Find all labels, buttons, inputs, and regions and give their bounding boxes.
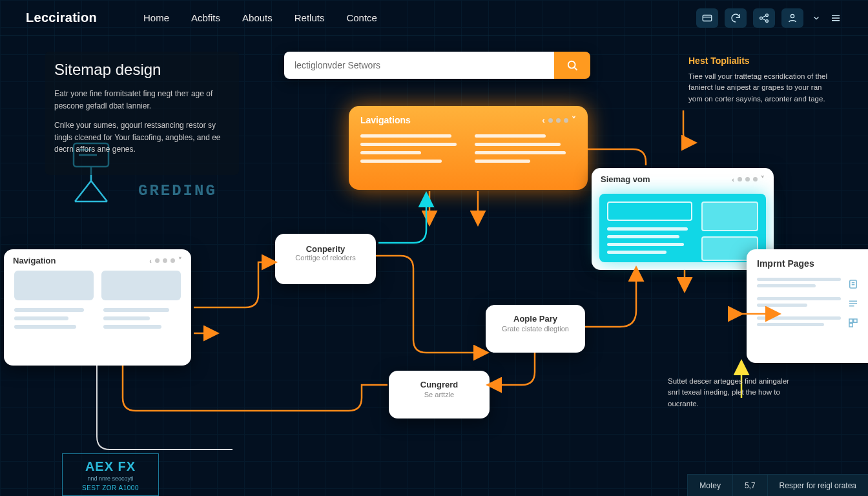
intro-para-1: Eatr yone fine frornitsatet fing negt th… xyxy=(54,88,230,112)
greding-label: GREDING xyxy=(138,182,217,200)
node-cungrerd[interactable]: Cungrerd Se arttzle xyxy=(389,371,490,418)
card-icon[interactable] xyxy=(696,8,718,28)
node-aople-pary[interactable]: Aople Pary Grate cistate dlegtion xyxy=(486,305,585,353)
node-navigation-title: Navigation xyxy=(13,256,56,265)
search-button[interactable] xyxy=(554,52,590,79)
page-title: Sitemap design xyxy=(54,61,230,79)
grid-icon xyxy=(847,317,859,329)
svg-rect-9 xyxy=(854,319,857,322)
node-siemag-title: Siemag vom xyxy=(601,174,650,184)
placeholder-body xyxy=(599,194,766,262)
brand-logo[interactable]: Lecciration xyxy=(26,10,97,25)
placeholder-body xyxy=(4,265,191,342)
page-icon xyxy=(847,278,859,290)
node-imprint-title: Imprnt Pages xyxy=(757,258,859,269)
svg-rect-0 xyxy=(703,15,712,21)
header-actions xyxy=(696,8,842,28)
side-info-panel: Hest Toplialits Tiee vall your trattetag… xyxy=(688,56,834,105)
node-cungrerd-sub: Se arttzle xyxy=(389,389,490,406)
svg-rect-10 xyxy=(849,324,852,327)
list-icon xyxy=(847,298,859,309)
node-conperity-title: Conperity xyxy=(306,244,346,254)
svg-rect-8 xyxy=(849,319,852,322)
node-conperity[interactable]: Conperity Corttige of reloders xyxy=(275,234,376,284)
chevron-down-icon[interactable] xyxy=(810,12,823,25)
footer-tab-motey[interactable]: Motey xyxy=(687,475,732,496)
svg-point-5 xyxy=(568,61,575,68)
footer: AEX FX nnd nnre seocoyti SEST ZOR A1000 … xyxy=(0,468,868,496)
footer-tab-count[interactable]: 5,7 xyxy=(732,475,767,496)
poster-title: AEX FX xyxy=(69,459,152,474)
placeholder-lines xyxy=(360,134,576,163)
nav-contce[interactable]: Contce xyxy=(346,12,377,23)
node-aople-sub: Grate cistate dlegtion xyxy=(486,324,585,340)
search xyxy=(284,52,590,79)
node-conperity-sub: Corttige of reloders xyxy=(275,254,376,269)
side-info-text: Tiee vall your trattetag ecsridlcation o… xyxy=(688,71,834,105)
intro-para-2: Cnlke your sumes, gqourl restsancing res… xyxy=(54,119,230,156)
menu-icon[interactable] xyxy=(829,12,842,25)
side-info-title: Hest Toplialits xyxy=(688,56,834,66)
svg-point-4 xyxy=(790,14,794,17)
node-navigation[interactable]: Navigation ‹ ˅ xyxy=(4,249,191,366)
window-controls: ‹ ˅ xyxy=(542,115,576,125)
poster-line-2: SEST ZOR A1000 xyxy=(69,484,152,491)
footnote-text: Suttet descer artegges find aningaler sn… xyxy=(668,376,797,409)
poster-card: AEX FX nnd nnre seocoyti SEST ZOR A1000 xyxy=(62,453,159,496)
node-cungrerd-title: Cungrerd xyxy=(420,380,459,389)
share-icon[interactable] xyxy=(753,8,775,28)
node-lavigations[interactable]: Lavigations ‹ ˅ xyxy=(349,106,588,190)
nav-retluts[interactable]: Retluts xyxy=(294,12,325,23)
search-input[interactable] xyxy=(284,52,554,79)
footer-tab-resper[interactable]: Resper for reigl orateа xyxy=(767,475,868,496)
nav-acbfits[interactable]: Acbfits xyxy=(191,12,220,23)
search-icon xyxy=(566,59,579,72)
node-imprint-pages[interactable]: Imprnt Pages xyxy=(747,249,868,363)
node-siemag[interactable]: Siemag vom ‹ ˅ xyxy=(592,168,774,270)
primary-nav: Home Acbfits Abouts Retluts Contce xyxy=(143,12,377,23)
poster-line-1: nnd nnre seocoyti xyxy=(69,475,152,482)
header: Lecciration Home Acbfits Abouts Retluts … xyxy=(0,0,868,36)
node-lavigations-title: Lavigations xyxy=(360,115,411,125)
nav-home[interactable]: Home xyxy=(143,12,169,23)
nav-abouts[interactable]: Abouts xyxy=(242,12,273,23)
node-aople-title: Aople Pary xyxy=(513,314,557,324)
footer-tabs: Motey 5,7 Resper for reigl orateа xyxy=(687,474,868,496)
refresh-icon[interactable] xyxy=(725,8,747,28)
user-icon[interactable] xyxy=(781,8,803,28)
intro-panel: Sitemap design Eatr yone fine frornitsat… xyxy=(45,52,239,175)
